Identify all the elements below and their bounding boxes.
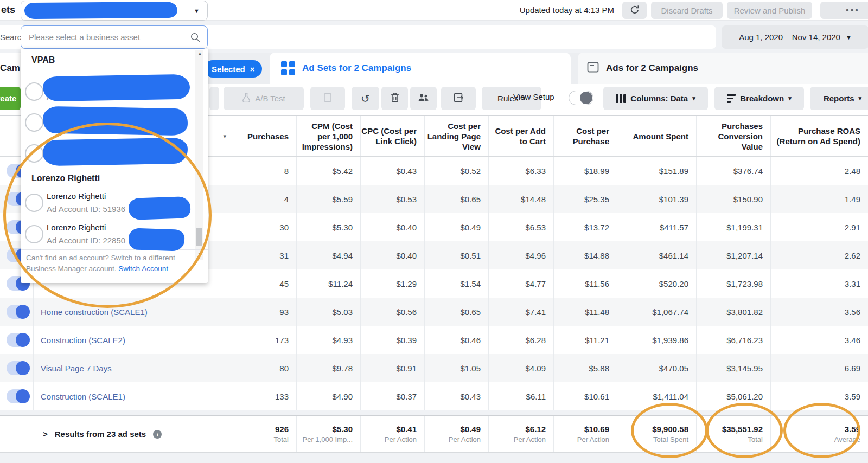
metric-cell: 2.62 [771,241,868,269]
account-radio[interactable] [25,82,43,101]
row-toggle[interactable] [7,389,30,403]
info-icon[interactable]: i [153,430,162,439]
account-radio[interactable] [25,113,43,132]
redaction-blob [43,74,190,102]
more-options-button[interactable]: ••• [820,2,868,19]
discard-drafts-button[interactable]: Discard Drafts [651,2,723,19]
adset-name-link[interactable]: Visual Page 7 Days [41,364,112,373]
search-placeholder-partial: Searc [0,33,21,42]
metric-cell: $6,716.23 [697,326,771,354]
breakdown-icon [727,94,736,103]
total-cell: $5.30Per 1,000 Imp... [297,416,361,452]
metric-cell: $1.54 [425,269,489,298]
selected-filter-chip[interactable]: Selected × [204,60,262,78]
asset-search-placeholder: Please select a business asset [29,33,190,42]
metric-cell: $0.39 [361,326,425,354]
metric-cell: $1,067.74 [617,298,697,326]
metric-cell: $0.40 [361,241,425,269]
metric-cell: $4.93 [297,326,361,354]
column-header[interactable]: Purchase ROAS (Return on Ad Spend) [771,116,868,156]
metric-cell: $520.20 [617,269,697,298]
metric-cell: 2.48 [771,157,868,185]
adset-name-link[interactable]: Construction (SCALE2) [41,336,125,345]
delete-button[interactable] [381,87,408,110]
metric-cell: $0.43 [425,382,489,410]
ab-test-button[interactable]: A/B Test [224,87,304,110]
annotation-ellipse-accounts [3,123,212,308]
metric-cell: $0.43 [361,157,425,185]
metric-cell: $3,145.95 [697,354,771,382]
expand-chevron-icon[interactable]: > [43,429,48,439]
row-toggle[interactable] [7,305,30,319]
metric-cell: $4.77 [489,269,554,298]
metric-cell: $3,801.82 [697,298,771,326]
columns-button[interactable]: Columns: Data ▾ [603,87,708,110]
metric-cell: $1.29 [361,269,425,298]
scroll-up-icon[interactable]: ▲ [197,51,202,56]
metric-cell: $9.78 [297,354,361,382]
duplicate-button[interactable] [310,87,345,110]
row-toggle[interactable] [7,361,30,375]
metric-cell: $7.41 [489,298,554,326]
date-range-selector[interactable]: Aug 1, 2020 – Nov 14, 2020 ▼ [722,25,868,49]
metric-cell: $14.88 [554,241,617,269]
asset-search-input[interactable]: Please select a business asset [21,25,208,49]
metric-cell: $4.96 [489,241,554,269]
export-button[interactable] [441,87,476,110]
metric-cell: 4 [234,185,297,213]
metric-cell: $25.35 [554,185,617,213]
tab-ads[interactable]: Ads for 2 Campaigns [578,53,868,84]
reports-button[interactable]: Reports ▾ [810,87,868,110]
column-header[interactable]: Amount Spent [617,116,697,156]
metric-cell: $6.11 [489,382,554,410]
column-header[interactable]: CPC (Cost per Link Click) [361,116,425,156]
metric-cell: $4.94 [297,241,361,269]
clipped-toolbar-button[interactable] [209,87,219,110]
columns-icon [616,94,626,103]
metric-cell: 2.91 [771,213,868,241]
close-icon[interactable]: × [250,65,255,74]
total-cell: $6.12Per Action [489,416,554,452]
metric-cell: $5.42 [297,157,361,185]
column-header[interactable]: CPM (Cost per 1,000 Impressions) [297,116,361,156]
group-label-vpab: VPAB [31,55,55,65]
audiences-button[interactable] [410,87,437,110]
metric-cell: $6.33 [489,157,554,185]
undo-icon: ↺ [361,92,370,105]
column-header[interactable]: Purchases [234,116,297,156]
annotation-circle-conversion-value [706,403,783,458]
refresh-button[interactable] [622,2,647,19]
metric-cell: $0.56 [361,298,425,326]
total-cell: $0.49Per Action [425,416,489,452]
annotation-circle-roas [783,403,860,458]
metric-cell: $470.05 [617,354,697,382]
redaction-blob [24,2,177,19]
adset-name-link[interactable]: Construction (SCALE1) [41,392,125,401]
metric-cell: $0.52 [425,157,489,185]
toggle-knob [580,92,592,104]
metric-cell: $0.65 [425,298,489,326]
metric-cell: $0.40 [361,213,425,241]
column-header[interactable]: Cost per Landing Page View [425,116,489,156]
tab-ad-sets[interactable]: Ad Sets for 2 Campaigns [270,53,571,84]
chevron-down-icon: ▾ [788,95,792,102]
toggle-knob [16,361,30,375]
column-header[interactable]: Cost per Add to Cart [489,116,554,156]
row-toggle[interactable] [7,333,30,347]
table-row: Visual Page 7 Days80$9.78$0.91$1.05$4.09… [0,354,868,382]
adset-name-link[interactable]: Home construction (SCALE1) [41,307,148,317]
metric-cell: $0.91 [361,354,425,382]
undo-button[interactable]: ↺ [352,87,379,110]
metric-cell: $1,939.86 [617,326,697,354]
create-button[interactable]: Create [0,87,21,110]
results-summary-cell: > Results from 23 ad sets i [0,416,234,452]
view-setup-toggle[interactable] [569,91,593,105]
review-and-publish-button[interactable]: Review and Publish [727,2,812,19]
page-title-partial: ets [1,4,15,16]
column-header[interactable]: Cost per Purchase [554,116,617,156]
breakdown-button[interactable]: Breakdown ▾ [714,87,804,110]
total-cell: $10.69Per Action [554,416,617,452]
metric-cell: $1.05 [425,354,489,382]
column-header[interactable]: Purchases Conversion Value [697,116,771,156]
metric-cell: $13.72 [554,213,617,241]
